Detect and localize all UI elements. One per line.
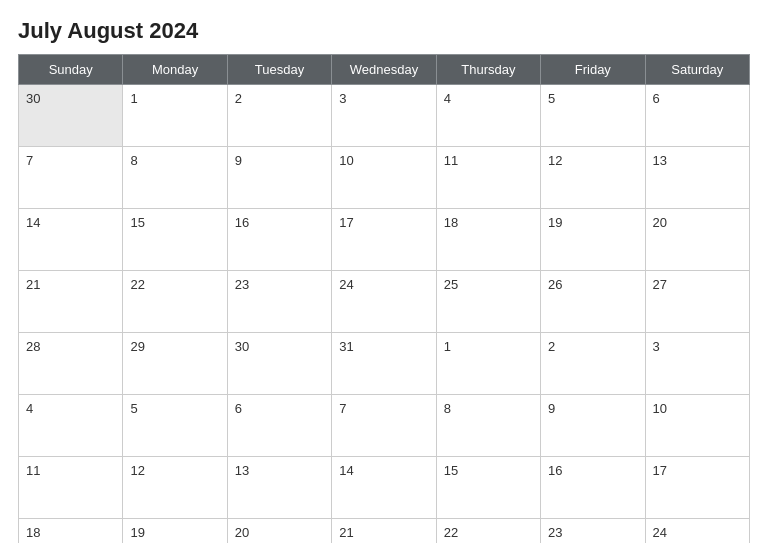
day-number: 2 xyxy=(235,91,324,106)
calendar-cell: 4 xyxy=(436,85,540,147)
day-number: 6 xyxy=(235,401,324,416)
day-number: 24 xyxy=(339,277,428,292)
calendar-cell: 8 xyxy=(436,395,540,457)
day-number: 24 xyxy=(653,525,742,540)
calendar-cell: 29 xyxy=(123,333,227,395)
calendar-cell: 24 xyxy=(645,519,749,544)
day-number: 27 xyxy=(653,277,742,292)
calendar-cell: 12 xyxy=(123,457,227,519)
day-number: 8 xyxy=(444,401,533,416)
week-row: 28293031123 xyxy=(19,333,750,395)
day-header-friday: Friday xyxy=(541,55,645,85)
day-header-tuesday: Tuesday xyxy=(227,55,331,85)
week-row: 30123456 xyxy=(19,85,750,147)
calendar-cell: 14 xyxy=(19,209,123,271)
day-number: 7 xyxy=(339,401,428,416)
day-number: 4 xyxy=(444,91,533,106)
calendar-cell: 23 xyxy=(541,519,645,544)
day-number: 21 xyxy=(339,525,428,540)
week-row: 45678910 xyxy=(19,395,750,457)
calendar-cell: 9 xyxy=(541,395,645,457)
day-header-thursday: Thursday xyxy=(436,55,540,85)
day-number: 3 xyxy=(653,339,742,354)
day-number: 12 xyxy=(130,463,219,478)
header-row: SundayMondayTuesdayWednesdayThursdayFrid… xyxy=(19,55,750,85)
calendar-cell: 31 xyxy=(332,333,436,395)
day-number: 7 xyxy=(26,153,115,168)
day-number: 18 xyxy=(444,215,533,230)
calendar-cell: 13 xyxy=(227,457,331,519)
day-number: 16 xyxy=(235,215,324,230)
calendar-cell: 11 xyxy=(19,457,123,519)
calendar-cell: 27 xyxy=(645,271,749,333)
day-number: 2 xyxy=(548,339,637,354)
day-number: 29 xyxy=(130,339,219,354)
day-header-monday: Monday xyxy=(123,55,227,85)
day-number: 14 xyxy=(339,463,428,478)
calendar-cell: 30 xyxy=(227,333,331,395)
day-number: 31 xyxy=(339,339,428,354)
day-number: 30 xyxy=(26,91,115,106)
day-number: 23 xyxy=(548,525,637,540)
calendar-cell: 5 xyxy=(123,395,227,457)
calendar-cell: 28 xyxy=(19,333,123,395)
calendar-cell: 15 xyxy=(123,209,227,271)
day-number: 3 xyxy=(339,91,428,106)
calendar-cell: 11 xyxy=(436,147,540,209)
day-number: 17 xyxy=(653,463,742,478)
day-number: 9 xyxy=(235,153,324,168)
calendar-cell: 13 xyxy=(645,147,749,209)
calendar-cell: 18 xyxy=(19,519,123,544)
calendar-cell: 16 xyxy=(541,457,645,519)
calendar-cell: 22 xyxy=(436,519,540,544)
calendar-cell: 7 xyxy=(19,147,123,209)
week-row: 78910111213 xyxy=(19,147,750,209)
day-number: 28 xyxy=(26,339,115,354)
calendar-cell: 1 xyxy=(123,85,227,147)
calendar-cell: 17 xyxy=(332,209,436,271)
calendar-cell: 15 xyxy=(436,457,540,519)
day-number: 1 xyxy=(130,91,219,106)
calendar-cell: 10 xyxy=(332,147,436,209)
calendar-cell: 12 xyxy=(541,147,645,209)
day-number: 10 xyxy=(653,401,742,416)
calendar-cell: 19 xyxy=(541,209,645,271)
calendar-cell: 23 xyxy=(227,271,331,333)
day-number: 19 xyxy=(130,525,219,540)
day-header-wednesday: Wednesday xyxy=(332,55,436,85)
calendar-cell: 4 xyxy=(19,395,123,457)
week-row: 11121314151617 xyxy=(19,457,750,519)
calendar-cell: 8 xyxy=(123,147,227,209)
day-number: 12 xyxy=(548,153,637,168)
calendar-cell: 20 xyxy=(227,519,331,544)
day-number: 22 xyxy=(444,525,533,540)
calendar-cell: 1 xyxy=(436,333,540,395)
calendar-cell: 19 xyxy=(123,519,227,544)
day-number: 8 xyxy=(130,153,219,168)
calendar-table: SundayMondayTuesdayWednesdayThursdayFrid… xyxy=(18,54,750,543)
day-number: 16 xyxy=(548,463,637,478)
day-number: 11 xyxy=(26,463,115,478)
day-header-saturday: Saturday xyxy=(645,55,749,85)
calendar-cell: 2 xyxy=(227,85,331,147)
calendar-cell: 20 xyxy=(645,209,749,271)
day-number: 5 xyxy=(548,91,637,106)
calendar-cell: 24 xyxy=(332,271,436,333)
calendar-cell: 6 xyxy=(645,85,749,147)
day-number: 15 xyxy=(444,463,533,478)
day-number: 10 xyxy=(339,153,428,168)
day-number: 21 xyxy=(26,277,115,292)
calendar-cell: 5 xyxy=(541,85,645,147)
day-number: 17 xyxy=(339,215,428,230)
calendar-cell: 17 xyxy=(645,457,749,519)
calendar-cell: 7 xyxy=(332,395,436,457)
day-number: 5 xyxy=(130,401,219,416)
calendar-cell: 3 xyxy=(645,333,749,395)
calendar-cell: 21 xyxy=(19,271,123,333)
week-row: 14151617181920 xyxy=(19,209,750,271)
calendar-cell: 6 xyxy=(227,395,331,457)
day-number: 9 xyxy=(548,401,637,416)
calendar-cell: 21 xyxy=(332,519,436,544)
day-number: 13 xyxy=(235,463,324,478)
day-number: 1 xyxy=(444,339,533,354)
